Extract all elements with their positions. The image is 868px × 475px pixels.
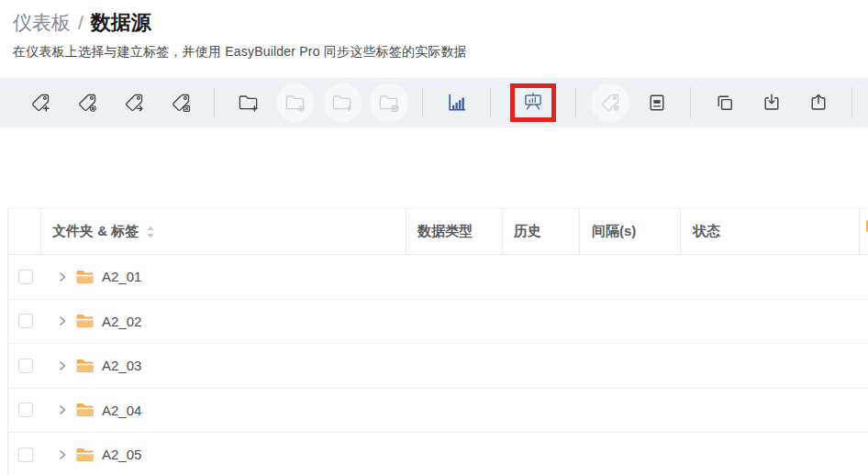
presentation-board-button[interactable]: [522, 92, 544, 114]
column-interval: 间隔(s): [580, 209, 681, 254]
table-row[interactable]: A2_04: [8, 389, 868, 434]
row-checkbox-cell: [8, 359, 41, 373]
disabled-halo: [323, 83, 362, 122]
table-row[interactable]: A2_05: [8, 433, 868, 475]
export-icon: [808, 93, 829, 113]
disabled-halo: [591, 83, 629, 122]
folder-icon: [76, 359, 95, 373]
tag-plus-icon: [30, 93, 50, 113]
tag-gear-icon: [77, 93, 97, 113]
export-button[interactable]: [795, 78, 841, 127]
folder-settings-button[interactable]: [272, 78, 318, 127]
breadcrumb-separator: /: [78, 9, 83, 37]
column-label: 间隔(s): [592, 223, 636, 240]
tag-arrow-icon: [124, 93, 144, 113]
copy-button[interactable]: [701, 78, 748, 127]
bar-chart-view-button[interactable]: [433, 78, 480, 127]
column-data-type: 数据类型: [406, 209, 503, 254]
folder-arrow-icon: [332, 93, 352, 113]
row-checkbox-cell: [8, 447, 41, 462]
table-header: 文件夹 & 标签 数据类型 历史 间隔(s) 状态: [8, 209, 868, 255]
toolbar-separator: [851, 87, 852, 118]
table-row[interactable]: A2_03: [8, 344, 868, 389]
toolbar-separator: [214, 87, 215, 118]
folder-name: A2_03: [102, 358, 141, 373]
page-title: 数据源: [91, 9, 151, 37]
row-checkbox[interactable]: [18, 359, 33, 373]
expand-chevron-icon[interactable]: [57, 315, 68, 326]
column-status: 状态: [681, 209, 860, 254]
sort-icon[interactable]: [146, 226, 155, 238]
folder-gear-icon: [285, 93, 306, 113]
folder-icon: [76, 403, 95, 417]
card-view-button[interactable]: [633, 78, 680, 127]
import-button[interactable]: [748, 78, 795, 127]
bar-chart-icon: [446, 92, 468, 114]
column-cut-off: [860, 209, 868, 254]
table-row[interactable]: A2_02: [8, 300, 868, 345]
row-name-cell: A2_05: [41, 447, 141, 462]
hmi-section: 人 机 Babayaga 标签 84 /450 历史 84 /90: [0, 127, 868, 208]
column-history: 历史: [503, 209, 580, 254]
copy-icon: [715, 93, 735, 113]
folder-name: A2_01: [102, 269, 141, 284]
row-name-cell: A2_01: [41, 269, 141, 284]
add-folder-button[interactable]: [225, 78, 272, 127]
folder-name: A2_02: [102, 314, 141, 329]
column-label: 数据类型: [417, 223, 473, 240]
expand-chevron-icon[interactable]: [57, 271, 68, 282]
expand-chevron-icon[interactable]: [57, 360, 68, 371]
disabled-halo: [370, 83, 408, 122]
add-tag-button[interactable]: [17, 78, 63, 127]
toolbar-separator: [490, 87, 491, 118]
delete-tag-button[interactable]: [157, 78, 204, 127]
import-icon: [762, 93, 782, 113]
delete-folder-button[interactable]: [365, 78, 412, 127]
folder-icon: [76, 447, 95, 462]
tag-delete-icon: [171, 93, 191, 113]
tag-records-button[interactable]: [862, 78, 868, 127]
folder-icon: [76, 314, 95, 328]
folder-plus-icon: [239, 93, 259, 113]
move-tag-button[interactable]: [110, 78, 157, 127]
column-label: 历史: [514, 223, 541, 240]
disabled-halo: [276, 83, 315, 122]
row-checkbox[interactable]: [18, 447, 33, 462]
row-name-cell: A2_02: [41, 314, 141, 329]
column-label: 状态: [693, 223, 720, 240]
toolbar-separator: [422, 87, 423, 118]
toolbar-separator: [575, 87, 576, 118]
highlight-box: [510, 83, 556, 122]
table-row[interactable]: A2_01: [8, 255, 868, 300]
page-subtitle: 在仪表板上选择与建立标签，并使用 EasyBuilder Pro 同步这些标签的…: [13, 44, 855, 61]
tag-number-button[interactable]: [586, 78, 633, 127]
header-checkbox-cell: [8, 209, 41, 254]
tags-table: 文件夹 & 标签 数据类型 历史 间隔(s) 状态 A2_01 A2_02: [7, 208, 868, 475]
folder-icon: [76, 270, 95, 284]
toolbar: [0, 78, 868, 127]
folder-delete-icon: [379, 93, 399, 113]
column-label: 文件夹 & 标签: [52, 223, 139, 240]
toolbar-separator: [690, 87, 691, 118]
row-name-cell: A2_03: [41, 358, 141, 373]
expand-chevron-icon[interactable]: [57, 449, 68, 460]
row-checkbox-cell: [8, 270, 41, 284]
row-checkbox[interactable]: [18, 403, 33, 417]
column-folder-tag[interactable]: 文件夹 & 标签: [41, 209, 406, 254]
breadcrumb: 仪表板 / 数据源: [13, 9, 855, 37]
row-checkbox-cell: [8, 403, 41, 417]
row-checkbox-cell: [8, 314, 41, 328]
tag-hash-icon: [600, 93, 620, 113]
row-name-cell: A2_04: [41, 403, 141, 418]
folder-name: A2_05: [102, 447, 141, 462]
row-checkbox[interactable]: [18, 270, 33, 284]
move-folder-button[interactable]: [318, 78, 365, 127]
tag-settings-button[interactable]: [63, 78, 110, 127]
page-header: 仪表板 / 数据源 在仪表板上选择与建立标签，并使用 EasyBuilder P…: [0, 0, 868, 78]
presentation-chart-icon: [522, 92, 544, 114]
expand-chevron-icon[interactable]: [57, 404, 68, 415]
breadcrumb-dashboard[interactable]: 仪表板: [13, 9, 71, 37]
row-checkbox[interactable]: [18, 314, 33, 328]
folder-name: A2_04: [102, 403, 141, 418]
card-icon: [647, 93, 667, 113]
